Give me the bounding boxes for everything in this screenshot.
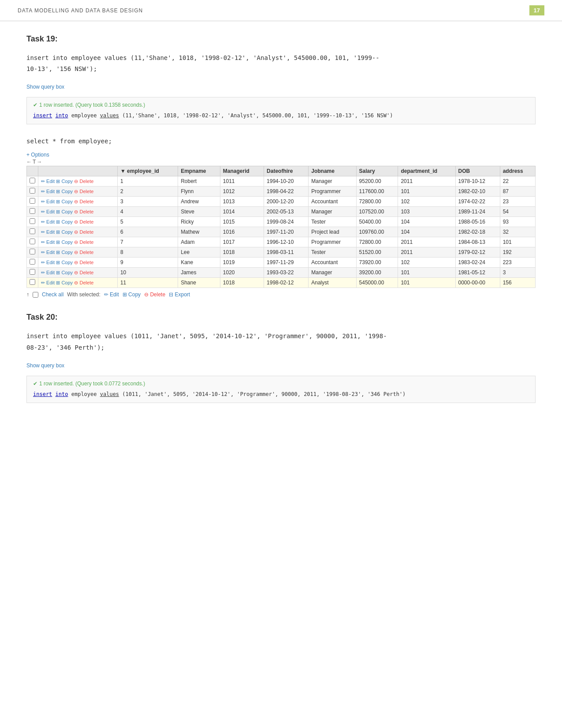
row-checkbox[interactable] <box>27 258 38 268</box>
col-jobname[interactable]: Jobname <box>309 166 356 176</box>
delete-link[interactable]: ⊖ Delete <box>74 189 93 194</box>
col-salary[interactable]: Salary <box>356 166 398 176</box>
col-dateofhire[interactable]: Dateofhire <box>264 166 309 176</box>
row-checkbox[interactable] <box>27 176 38 187</box>
delete-link[interactable]: ⊖ Delete <box>74 229 93 235</box>
copy-link[interactable]: ⊞ Copy <box>56 199 73 204</box>
cell-dob: 1988-05-16 <box>455 217 500 227</box>
nav-right[interactable]: → <box>37 159 42 165</box>
edit-link[interactable]: ✏ Edit <box>41 260 55 265</box>
copy-link[interactable]: ⊞ Copy <box>56 250 73 255</box>
edit-link[interactable]: ✏ Edit <box>41 239 55 245</box>
row-checkbox[interactable] <box>27 237 38 247</box>
footer-delete[interactable]: ⊖ Delete <box>144 291 165 298</box>
edit-link[interactable]: ✏ Edit <box>41 189 55 194</box>
nav-left[interactable]: ← <box>26 159 32 165</box>
row-actions[interactable]: ✏ Edit ⊞ Copy ⊖ Delete <box>38 187 118 197</box>
copy-link[interactable]: ⊞ Copy <box>56 239 73 245</box>
copy-link[interactable]: ⊞ Copy <box>56 260 73 265</box>
cell-employee-id: 7 <box>117 237 178 247</box>
col-managerid[interactable]: Managerid <box>220 166 264 176</box>
cell-dateofhire: 1997-11-29 <box>264 258 309 268</box>
delete-link[interactable]: ⊖ Delete <box>74 260 93 265</box>
cell-address: 54 <box>500 207 535 217</box>
row-checkbox[interactable] <box>27 247 38 258</box>
copy-link[interactable]: ⊞ Copy <box>56 209 73 214</box>
edit-link[interactable]: ✏ Edit <box>41 250 55 255</box>
delete-link[interactable]: ⊖ Delete <box>74 199 93 204</box>
delete-link[interactable]: ⊖ Delete <box>74 219 93 224</box>
copy-link[interactable]: ⊞ Copy <box>56 229 73 235</box>
col-dob[interactable]: DOB <box>455 166 500 176</box>
cell-dateofhire: 1998-03-11 <box>264 247 309 258</box>
col-dept-id[interactable]: department_id <box>398 166 455 176</box>
cell-empname: Lee <box>178 247 220 258</box>
delete-link[interactable]: ⊖ Delete <box>74 179 93 184</box>
cell-jobname: Manager <box>309 207 356 217</box>
cell-dateofhire: 1993-03-22 <box>264 268 309 278</box>
cell-managerid: 1020 <box>220 268 264 278</box>
row-actions[interactable]: ✏ Edit ⊞ Copy ⊖ Delete <box>38 237 118 247</box>
row-actions[interactable]: ✏ Edit ⊞ Copy ⊖ Delete <box>38 268 118 278</box>
copy-link[interactable]: ⊞ Copy <box>56 189 73 194</box>
row-actions[interactable]: ✏ Edit ⊞ Copy ⊖ Delete <box>38 227 118 237</box>
cell-empname: James <box>178 268 220 278</box>
edit-link[interactable]: ✏ Edit <box>41 280 55 285</box>
edit-link[interactable]: ✏ Edit <box>41 219 55 224</box>
cell-empname: Ricky <box>178 217 220 227</box>
cell-dateofhire: 1996-12-10 <box>264 237 309 247</box>
row-actions[interactable]: ✏ Edit ⊞ Copy ⊖ Delete <box>38 176 118 187</box>
cell-address: 3 <box>500 268 535 278</box>
cell-dept-id: 104 <box>398 217 455 227</box>
row-actions[interactable]: ✏ Edit ⊞ Copy ⊖ Delete <box>38 278 118 288</box>
show-query-box-link-20[interactable]: Show query box <box>26 362 64 369</box>
col-address[interactable]: address <box>500 166 535 176</box>
col-empname[interactable]: Empname <box>178 166 220 176</box>
row-checkbox[interactable] <box>27 227 38 237</box>
row-checkbox[interactable] <box>27 197 38 207</box>
copy-link[interactable]: ⊞ Copy <box>56 219 73 224</box>
cell-jobname: Tester <box>309 247 356 258</box>
edit-link[interactable]: ✏ Edit <box>41 270 55 275</box>
edit-link[interactable]: ✏ Edit <box>41 229 55 235</box>
show-query-box-link-19[interactable]: Show query box <box>26 84 64 90</box>
delete-link[interactable]: ⊖ Delete <box>74 270 93 275</box>
copy-link[interactable]: ⊞ Copy <box>56 179 73 184</box>
footer-export[interactable]: ⊟ Export <box>169 291 190 298</box>
table-section: + Options ← T → ▼ employee_id Empname Ma… <box>26 152 536 299</box>
row-actions[interactable]: ✏ Edit ⊞ Copy ⊖ Delete <box>38 197 118 207</box>
delete-link[interactable]: ⊖ Delete <box>74 280 93 285</box>
copy-link[interactable]: ⊞ Copy <box>56 270 73 275</box>
copy-link[interactable]: ⊞ Copy <box>56 280 73 285</box>
row-checkbox[interactable] <box>27 217 38 227</box>
row-actions[interactable]: ✏ Edit ⊞ Copy ⊖ Delete <box>38 258 118 268</box>
row-actions[interactable]: ✏ Edit ⊞ Copy ⊖ Delete <box>38 207 118 217</box>
row-actions[interactable]: ✏ Edit ⊞ Copy ⊖ Delete <box>38 217 118 227</box>
options-bar[interactable]: + Options <box>26 152 536 158</box>
footer-copy[interactable]: ⊞ Copy <box>123 291 141 298</box>
row-checkbox[interactable] <box>27 268 38 278</box>
edit-link[interactable]: ✏ Edit <box>41 199 55 204</box>
row-checkbox[interactable] <box>27 187 38 197</box>
edit-link[interactable]: ✏ Edit <box>41 179 55 184</box>
row-checkbox[interactable] <box>27 278 38 288</box>
options-label[interactable]: + Options <box>26 152 49 158</box>
check-all-checkbox[interactable] <box>33 292 38 298</box>
footer-edit[interactable]: ✏ Edit <box>104 291 119 298</box>
page-header: DATA MODELLING AND DATA BASE DESIGN 17 <box>0 0 562 21</box>
cell-empname: Mathew <box>178 227 220 237</box>
delete-link[interactable]: ⊖ Delete <box>74 250 93 255</box>
row-actions[interactable]: ✏ Edit ⊞ Copy ⊖ Delete <box>38 247 118 258</box>
cell-managerid: 1015 <box>220 217 264 227</box>
edit-link[interactable]: ✏ Edit <box>41 209 55 214</box>
delete-link[interactable]: ⊖ Delete <box>74 239 93 245</box>
footer-arrow[interactable]: ↑ <box>26 291 29 298</box>
nav-up[interactable]: T <box>33 159 36 165</box>
nav-arrows[interactable]: ← T → <box>26 159 536 165</box>
col-employee-id[interactable]: ▼ employee_id <box>117 166 178 176</box>
cell-empname: Shane <box>178 278 220 288</box>
check-all-label[interactable]: Check all <box>42 291 63 298</box>
delete-link[interactable]: ⊖ Delete <box>74 209 93 214</box>
row-checkbox[interactable] <box>27 207 38 217</box>
cell-employee-id: 1 <box>117 176 178 187</box>
